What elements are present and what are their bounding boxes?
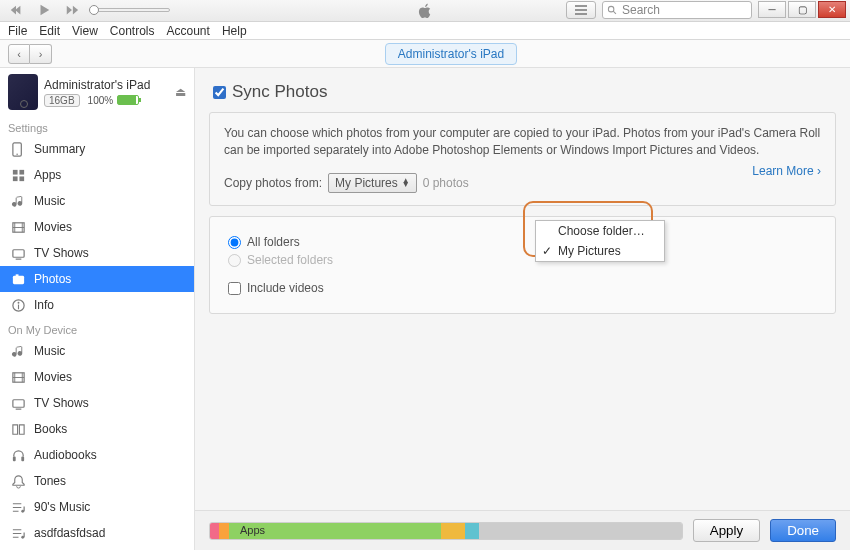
content-panel: Sync Photos You can choose which photos … bbox=[195, 68, 850, 550]
sidebar-item-label: Apps bbox=[34, 168, 61, 182]
menu-controls[interactable]: Controls bbox=[110, 24, 155, 38]
panel-description: You can choose which photos from your co… bbox=[224, 125, 821, 159]
summary-icon bbox=[10, 141, 26, 157]
svg-rect-14 bbox=[17, 304, 18, 309]
sidebar-item-label: asdfdasfdsad bbox=[34, 526, 105, 540]
search-placeholder: Search bbox=[622, 3, 660, 17]
copy-from-select[interactable]: My Pictures ▲▼ bbox=[328, 173, 417, 194]
sidebar-item-90-s-music[interactable]: 90's Music bbox=[0, 494, 194, 520]
radio-all-label: All folders bbox=[247, 235, 300, 249]
sidebar-item-label: Music bbox=[34, 194, 65, 208]
copy-from-label: Copy photos from: bbox=[224, 175, 322, 192]
sidebar-item-label: Tones bbox=[34, 474, 66, 488]
sidebar-item-movies[interactable]: Movies bbox=[0, 214, 194, 240]
sidebar-item-music[interactable]: Music bbox=[0, 338, 194, 364]
learn-more-link[interactable]: Learn More bbox=[752, 163, 821, 180]
sidebar-item-label: 90's Music bbox=[34, 500, 90, 514]
sidebar-item-tv-shows[interactable]: TV Shows bbox=[0, 240, 194, 266]
menu-account[interactable]: Account bbox=[167, 24, 210, 38]
usage-segment bbox=[210, 523, 219, 539]
sidebar-item-new-playlist[interactable]: New Playlist bbox=[0, 546, 194, 550]
playlist-icon bbox=[10, 525, 26, 541]
usage-label: Apps bbox=[240, 524, 265, 536]
menu-edit[interactable]: Edit bbox=[39, 24, 60, 38]
dropdown-my-pictures[interactable]: My Pictures bbox=[536, 241, 664, 261]
dropdown-choose-folder[interactable]: Choose folder… bbox=[536, 221, 664, 241]
tvshows-icon bbox=[10, 395, 26, 411]
radio-all-input[interactable] bbox=[228, 236, 241, 249]
include-videos-checkbox[interactable] bbox=[228, 282, 241, 295]
sidebar-item-summary[interactable]: Summary bbox=[0, 136, 194, 162]
svg-rect-18 bbox=[21, 456, 24, 461]
sidebar-item-label: Movies bbox=[34, 220, 72, 234]
svg-rect-6 bbox=[19, 176, 24, 181]
audiobooks-icon bbox=[10, 447, 26, 463]
device-name: Administrator's iPad bbox=[44, 78, 169, 92]
sidebar-item-tones[interactable]: Tones bbox=[0, 468, 194, 494]
storage-usage-bar: Apps bbox=[209, 522, 683, 540]
svg-rect-16 bbox=[12, 399, 23, 407]
svg-point-2 bbox=[16, 153, 18, 155]
battery-icon bbox=[117, 95, 139, 105]
menu-file[interactable]: File bbox=[8, 24, 27, 38]
sidebar-item-label: Movies bbox=[34, 370, 72, 384]
sidebar-item-label: TV Shows bbox=[34, 396, 89, 410]
svg-point-0 bbox=[608, 6, 614, 12]
radio-selected-label: Selected folders bbox=[247, 253, 333, 267]
apple-logo-icon bbox=[416, 2, 434, 20]
apps-icon bbox=[10, 167, 26, 183]
search-input[interactable]: Search bbox=[602, 1, 752, 19]
play-button[interactable] bbox=[34, 1, 54, 19]
search-icon bbox=[607, 5, 618, 16]
capacity-badge: 16GB bbox=[44, 94, 80, 107]
sidebar-item-photos[interactable]: Photos bbox=[0, 266, 194, 292]
sidebar-item-info[interactable]: Info bbox=[0, 292, 194, 318]
photos-icon bbox=[10, 271, 26, 287]
sidebar-item-tv-shows[interactable]: TV Shows bbox=[0, 390, 194, 416]
sync-photos-checkbox[interactable] bbox=[213, 86, 226, 99]
volume-slider[interactable] bbox=[90, 8, 170, 12]
forward-button[interactable]: › bbox=[30, 44, 52, 64]
sidebar-item-label: Audiobooks bbox=[34, 448, 97, 462]
list-view-button[interactable] bbox=[566, 1, 596, 19]
sidebar-item-books[interactable]: Books bbox=[0, 416, 194, 442]
svg-rect-3 bbox=[12, 169, 17, 174]
bottom-bar: Apps Apply Done bbox=[195, 510, 850, 550]
svg-rect-17 bbox=[12, 456, 15, 461]
device-breadcrumb[interactable]: Administrator's iPad bbox=[385, 43, 517, 65]
usage-segment bbox=[479, 523, 682, 539]
done-button[interactable]: Done bbox=[770, 519, 836, 542]
eject-button[interactable]: ⏏ bbox=[175, 85, 186, 99]
tvshows-icon bbox=[10, 245, 26, 261]
sidebar-item-asdfdasfdsad[interactable]: asdfdasfdsad bbox=[0, 520, 194, 546]
battery-pct: 100% bbox=[88, 95, 114, 106]
back-button[interactable]: ‹ bbox=[8, 44, 30, 64]
include-videos-row[interactable]: Include videos bbox=[228, 281, 817, 295]
minimize-button[interactable]: ─ bbox=[758, 1, 786, 18]
sidebar-item-audiobooks[interactable]: Audiobooks bbox=[0, 442, 194, 468]
menu-help[interactable]: Help bbox=[222, 24, 247, 38]
music-icon bbox=[10, 343, 26, 359]
device-header[interactable]: Administrator's iPad 16GB 100% ⏏ bbox=[0, 68, 194, 116]
subbar: ‹ › Administrator's iPad bbox=[0, 40, 850, 68]
radio-selected-input bbox=[228, 254, 241, 267]
usage-segment bbox=[441, 523, 465, 539]
radio-selected-folders: Selected folders bbox=[228, 253, 817, 267]
music-icon bbox=[10, 193, 26, 209]
maximize-button[interactable]: ▢ bbox=[788, 1, 816, 18]
svg-point-10 bbox=[16, 277, 20, 281]
close-button[interactable]: ✕ bbox=[818, 1, 846, 18]
next-button[interactable] bbox=[62, 1, 82, 19]
menu-view[interactable]: View bbox=[72, 24, 98, 38]
titlebar: Search ─ ▢ ✕ bbox=[0, 0, 850, 22]
sidebar-item-apps[interactable]: Apps bbox=[0, 162, 194, 188]
select-arrows-icon: ▲▼ bbox=[402, 179, 410, 187]
apply-button[interactable]: Apply bbox=[693, 519, 760, 542]
sidebar-item-label: Info bbox=[34, 298, 54, 312]
usage-segment bbox=[219, 523, 228, 539]
prev-button[interactable] bbox=[6, 1, 26, 19]
sidebar-item-label: TV Shows bbox=[34, 246, 89, 260]
sidebar-item-movies[interactable]: Movies bbox=[0, 364, 194, 390]
sidebar-item-music[interactable]: Music bbox=[0, 188, 194, 214]
sidebar-item-label: Summary bbox=[34, 142, 85, 156]
